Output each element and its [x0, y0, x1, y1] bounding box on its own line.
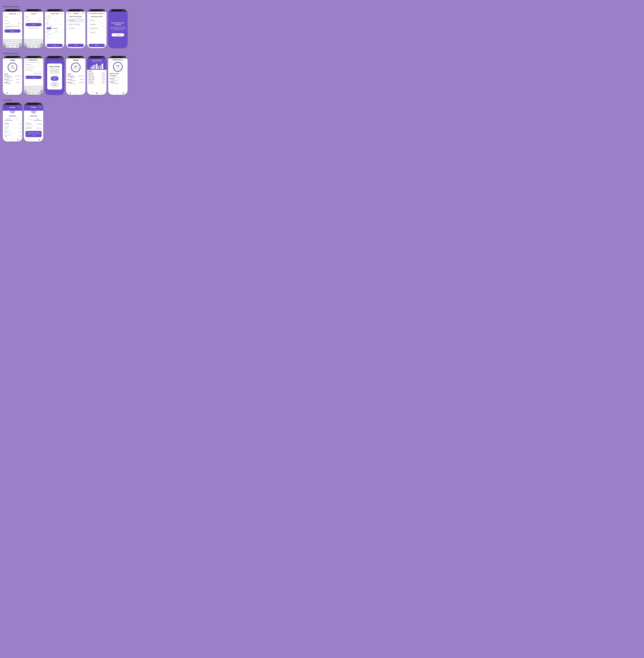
sun-nav-dot-2[interactable]	[117, 93, 118, 94]
day-details-thu[interactable]: Details	[102, 79, 105, 80]
lkey-p[interactable]: P	[41, 40, 43, 41]
day-details-wed[interactable]: Details	[102, 77, 105, 78]
terms-checkbox[interactable]	[4, 26, 5, 27]
lkey-shift[interactable]: ⇧	[25, 44, 26, 45]
login-password-show-btn[interactable]: Show	[39, 20, 41, 21]
nav-dot-3[interactable]	[17, 93, 19, 94]
week-nav-dot-1[interactable]	[91, 93, 92, 94]
profile-goals-tab-goals[interactable]: Goals	[33, 118, 42, 120]
profile-goals-logout-btn[interactable]: Logout	[39, 106, 42, 107]
filled-add-b[interactable]: Add Breakfast	[78, 75, 84, 76]
adkey-space[interactable]: space	[30, 93, 37, 94]
key-g[interactable]: G	[12, 42, 14, 43]
goal-option-0[interactable]: Lose Weight	[68, 19, 84, 22]
profile-tab-userinfo[interactable]: User Info	[4, 118, 13, 120]
key-shift[interactable]: ⇧	[3, 44, 5, 45]
key-c[interactable]: C	[9, 44, 11, 45]
lkey-q[interactable]: Q	[24, 40, 26, 41]
adkey-b[interactable]: B	[34, 90, 36, 92]
active-next-btn[interactable]: Next	[103, 13, 105, 14]
adkey-h[interactable]: H	[35, 88, 37, 90]
login-email-input[interactable]	[25, 16, 42, 18]
pi-nav-dot-1[interactable]	[6, 139, 8, 140]
login-button[interactable]: Log In	[25, 23, 42, 26]
today-filled-prev-btn[interactable]: <	[68, 59, 69, 61]
forgot-link[interactable]: Forgot your password?	[24, 28, 43, 28]
food-input[interactable]	[25, 64, 42, 66]
adkey-s[interactable]: S	[27, 88, 28, 90]
active-option-3[interactable]: Very Active	[89, 31, 105, 34]
adkey-e[interactable]: E	[28, 86, 30, 88]
weight-input[interactable]	[47, 31, 54, 33]
lkey-n[interactable]: N	[36, 44, 38, 45]
goal-option-2[interactable]: Gain Weight	[68, 27, 84, 30]
activity-field-change[interactable]: Change Level	[36, 127, 42, 128]
add-breakfast-btn[interactable]: Add Breakfast	[15, 75, 21, 76]
lkey-y[interactable]: Y	[34, 40, 36, 41]
lkey-z[interactable]: Z	[27, 44, 28, 45]
female-btn[interactable]: Female	[52, 27, 58, 29]
key-n[interactable]: N	[15, 44, 17, 45]
key-s[interactable]: S	[6, 42, 7, 43]
key-o[interactable]: O	[18, 40, 20, 41]
day-details-sun[interactable]: Details	[102, 72, 105, 73]
adkey-p[interactable]: P	[41, 86, 43, 88]
lkey-m[interactable]: M	[38, 44, 40, 45]
today-prev-btn[interactable]: <	[4, 59, 5, 61]
filled-add-d[interactable]: Add Dinner	[79, 82, 84, 83]
adkey-123[interactable]: 123	[25, 93, 27, 94]
active-back-btn[interactable]: Back	[89, 13, 92, 14]
key-h[interactable]: H	[14, 42, 16, 43]
goalweight-input[interactable]	[47, 36, 63, 38]
amount-input[interactable]	[25, 69, 42, 71]
adkey-d[interactable]: D	[29, 88, 30, 90]
filled-nav-dot-1[interactable]	[70, 93, 71, 94]
login-password-input[interactable]	[26, 20, 39, 21]
sunday-prev-btn[interactable]: <	[110, 59, 111, 61]
male-btn[interactable]: Male	[47, 27, 51, 29]
lkey-a[interactable]: A	[25, 42, 27, 43]
userinfo-next-btn[interactable]: Next	[47, 44, 63, 47]
add-btn[interactable]: Add	[25, 76, 42, 79]
key-v[interactable]: V	[12, 44, 13, 45]
adkey-m[interactable]: M	[38, 90, 40, 92]
filled-add-l[interactable]: Add Lunch	[79, 79, 84, 80]
profile-tab-goals[interactable]: Goals	[13, 118, 21, 120]
key-go[interactable]: Go	[19, 46, 21, 48]
nav-dot-2[interactable]	[12, 93, 13, 94]
week-next-btn[interactable]: >	[104, 60, 105, 61]
lkey-v[interactable]: V	[32, 44, 34, 45]
email-input[interactable]	[4, 19, 21, 22]
field-edit-name[interactable]: Edit	[19, 123, 21, 124]
age-input[interactable]	[47, 22, 63, 25]
key-e[interactable]: E	[7, 40, 9, 41]
lkey-e[interactable]: E	[28, 40, 30, 41]
plan-continue-btn[interactable]: Continue	[112, 33, 124, 37]
week-nav-dot-3[interactable]	[102, 93, 103, 94]
adkey-c[interactable]: C	[30, 90, 32, 92]
add-dinner-back-btn[interactable]: Back	[25, 59, 28, 61]
lkey-k[interactable]: K	[39, 42, 40, 43]
key-space[interactable]: space	[9, 46, 16, 48]
nav-dot-1[interactable]	[6, 93, 8, 94]
key-m[interactable]: M	[17, 44, 19, 45]
adkey-n[interactable]: N	[36, 90, 38, 92]
fullname-input[interactable]	[47, 17, 63, 20]
lkey-c[interactable]: C	[30, 44, 32, 45]
filled-nav-dot-3[interactable]	[80, 93, 82, 94]
adkey-i[interactable]: I	[38, 86, 39, 88]
lkey-h[interactable]: H	[35, 42, 37, 43]
pg-nav-dot-3[interactable]	[39, 139, 40, 140]
filled-nav-dot-2[interactable]	[75, 93, 76, 94]
active-option-2[interactable]: Moderately Active	[89, 27, 105, 30]
lkey-u[interactable]: U	[36, 40, 37, 41]
week-nav-dot-2[interactable]	[96, 93, 97, 94]
goal-option-1[interactable]: Maintain Current Weight	[68, 23, 84, 26]
key-b[interactable]: B	[13, 44, 15, 45]
adkey-q[interactable]: Q	[24, 86, 26, 88]
lkey-w[interactable]: W	[26, 40, 28, 41]
lkey-space[interactable]: space	[30, 46, 37, 48]
lkey-o[interactable]: O	[39, 40, 41, 41]
adkey-o[interactable]: O	[39, 86, 41, 88]
key-d[interactable]: D	[8, 42, 9, 43]
